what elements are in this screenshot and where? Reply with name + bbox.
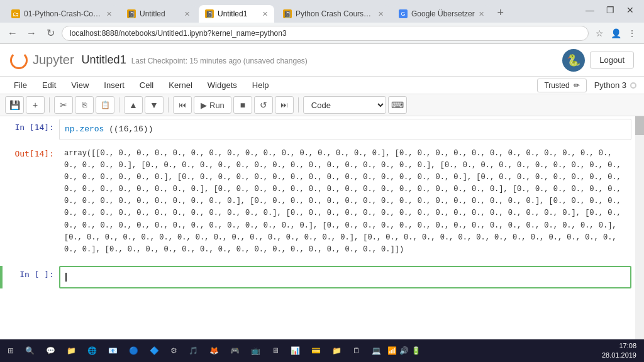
tab-google-translate[interactable]: G Google Übersetzer ✕ — [392, 5, 491, 23]
tab-favicon-3: 📓 — [205, 9, 214, 18]
taskbar-btn-6[interactable]: 📺 — [246, 341, 265, 360]
tab-title-4: Python Crash Course Exerc… — [296, 9, 374, 18]
taskbar-time[interactable]: 17:08 28.01.2019 — [602, 341, 641, 361]
menu-cell[interactable]: Cell — [133, 78, 160, 92]
reload-button[interactable]: ↻ — [43, 27, 58, 39]
settings-icon[interactable]: ⋮ — [625, 28, 639, 38]
battery-icon[interactable]: 🔋 — [411, 346, 421, 355]
run-icon: ▶ — [201, 101, 207, 110]
cell-prompt-empty: In [ ]: — [3, 266, 59, 288]
fast-back-button[interactable]: ⏮ — [173, 96, 192, 114]
close-window-button[interactable]: ✕ — [621, 4, 639, 16]
taskbar-btn-10[interactable]: 📁 — [327, 341, 347, 360]
fast-fwd-button[interactable]: ⏭ — [275, 96, 294, 114]
search-taskbar-button[interactable]: 🔍 — [20, 341, 40, 360]
cell-input-empty[interactable] — [60, 267, 630, 287]
cell-output-14: array([[0., 0., 0., 0., 0., 0., 0., 0., … — [59, 145, 631, 259]
paste-button[interactable]: 📋 — [96, 96, 114, 114]
tab-close-3[interactable]: ✕ — [262, 10, 268, 18]
address-bar-icons: ☆ 👤 ⋮ — [592, 28, 639, 38]
restart-button[interactable]: ↺ — [254, 96, 273, 114]
start-button[interactable]: ⊞ — [3, 341, 19, 360]
menu-kernel[interactable]: Kernel — [162, 78, 199, 92]
tab-title-2: Untitled — [140, 9, 180, 18]
tab-close-5[interactable]: ✕ — [479, 10, 484, 18]
mail-taskbar[interactable]: 📧 — [103, 341, 123, 360]
tab-close-2[interactable]: ✕ — [184, 10, 190, 18]
taskbar-btn-8[interactable]: 📊 — [286, 341, 305, 360]
volume-icon[interactable]: 🔊 — [399, 346, 409, 355]
profile-icon[interactable]: 👤 — [609, 28, 623, 38]
tab-python-crash-course[interactable]: 🗂 01-Python-Crash-Course/ ✕ — [5, 5, 118, 23]
forward-button[interactable]: → — [24, 28, 39, 39]
tab-python-exercises[interactable]: 📓 Python Crash Course Exerc… ✕ — [277, 5, 390, 23]
jupyter-header: Jupyter Untitled1 Last Checkpoint: 15 mi… — [0, 44, 644, 77]
taskbar-icon-4: 🎵 — [189, 346, 198, 355]
python-logo: 🐍 — [562, 49, 585, 72]
keyboard-shortcut-button[interactable]: ⌨ — [388, 96, 407, 114]
taskbar-btn-12[interactable]: 💻 — [367, 341, 386, 360]
save-button[interactable]: 💾 — [5, 96, 24, 114]
taskbar-btn-5[interactable]: 🎮 — [225, 341, 245, 360]
tab-title-1: 01-Python-Crash-Course/ — [24, 9, 103, 18]
tab-untitled[interactable]: 📓 Untitled ✕ — [121, 5, 196, 23]
add-cell-button[interactable]: + — [26, 96, 45, 114]
back-button[interactable]: ← — [5, 28, 20, 39]
edge-taskbar[interactable]: 🌐 — [82, 341, 102, 360]
menu-widgets[interactable]: Widgets — [201, 78, 243, 92]
taskbar-btn-2[interactable]: 🔷 — [145, 341, 164, 360]
copy-button[interactable]: ⎘ — [75, 96, 94, 114]
new-tab-button[interactable]: + — [493, 5, 508, 20]
taskbar-btn-9[interactable]: 💳 — [306, 341, 326, 360]
cell-in-empty: In [ ]: — [0, 263, 644, 291]
move-down-button[interactable]: ▼ — [145, 96, 164, 114]
address-input[interactable] — [62, 26, 589, 41]
file-explorer-taskbar[interactable]: 📁 — [62, 341, 81, 360]
edge-icon: 🌐 — [87, 346, 97, 355]
edit-trusted-icon[interactable]: ✏ — [574, 81, 580, 90]
trusted-label: Trusted — [544, 81, 569, 90]
cell-content-empty[interactable] — [59, 266, 631, 288]
cut-button[interactable]: ✂ — [54, 96, 73, 114]
menu-insert[interactable]: Insert — [97, 78, 131, 92]
toolbar-separator-1 — [49, 97, 50, 112]
logout-button[interactable]: Logout — [590, 52, 634, 69]
taskbar-btn-7[interactable]: 🖥 — [267, 341, 284, 360]
menu-view[interactable]: View — [65, 78, 95, 92]
cell-content-in-14[interactable]: np.zeros ((16,16)) — [59, 119, 631, 140]
tab-close-4[interactable]: ✕ — [378, 10, 384, 18]
tab-favicon-1: 🗂 — [11, 9, 20, 18]
tab-close-1[interactable]: ✕ — [106, 10, 112, 18]
notebook-name[interactable]: Untitled1 — [82, 53, 126, 67]
minimize-button[interactable]: — — [581, 4, 599, 16]
taskbar-btn-4[interactable]: 🎵 — [184, 341, 203, 360]
taskbar-icon-10: 📁 — [332, 346, 341, 355]
cell-type-dropdown[interactable]: Code Markdown Raw NBConvert Heading — [303, 96, 386, 114]
stop-button[interactable]: ■ — [233, 96, 252, 114]
tab-untitled1[interactable]: 📓 Untitled1 ✕ — [199, 5, 274, 23]
mail-icon: 📧 — [108, 346, 118, 355]
trusted-badge: Trusted ✏ — [537, 79, 586, 92]
taskbar-icon-11: 🗒 — [353, 346, 360, 355]
taskbar-btn-11[interactable]: 🗒 — [348, 341, 365, 360]
cell-input-in-14: np.zeros ((16,16)) — [60, 119, 631, 140]
move-up-button[interactable]: ▲ — [124, 96, 143, 114]
cursor-blink — [65, 273, 67, 282]
jupyter-menubar: File Edit View Insert Cell Kernel Widget… — [0, 77, 644, 94]
firefox-taskbar[interactable]: 🦊 — [204, 341, 224, 360]
maximize-button[interactable]: ❐ — [601, 4, 619, 16]
cell-content-out-14: array([[0., 0., 0., 0., 0., 0., 0., 0., … — [59, 145, 631, 259]
menu-help[interactable]: Help — [246, 78, 275, 92]
menu-edit[interactable]: Edit — [36, 78, 62, 92]
run-button[interactable]: ▶ Run — [194, 96, 231, 114]
menu-file[interactable]: File — [8, 78, 33, 92]
task-view-button[interactable]: 💬 — [41, 341, 60, 360]
taskbar-icon-8: 📊 — [291, 346, 300, 355]
scrollbar-thumb[interactable] — [635, 116, 644, 135]
bookmark-icon[interactable]: ☆ — [592, 28, 606, 38]
taskbar-btn-3[interactable]: ⚙ — [165, 341, 182, 360]
network-icon[interactable]: 📶 — [387, 346, 397, 355]
tab-favicon-4: 📓 — [283, 9, 292, 18]
taskbar-btn-1[interactable]: 🔵 — [124, 341, 143, 360]
scrollbar-track[interactable] — [635, 116, 644, 356]
